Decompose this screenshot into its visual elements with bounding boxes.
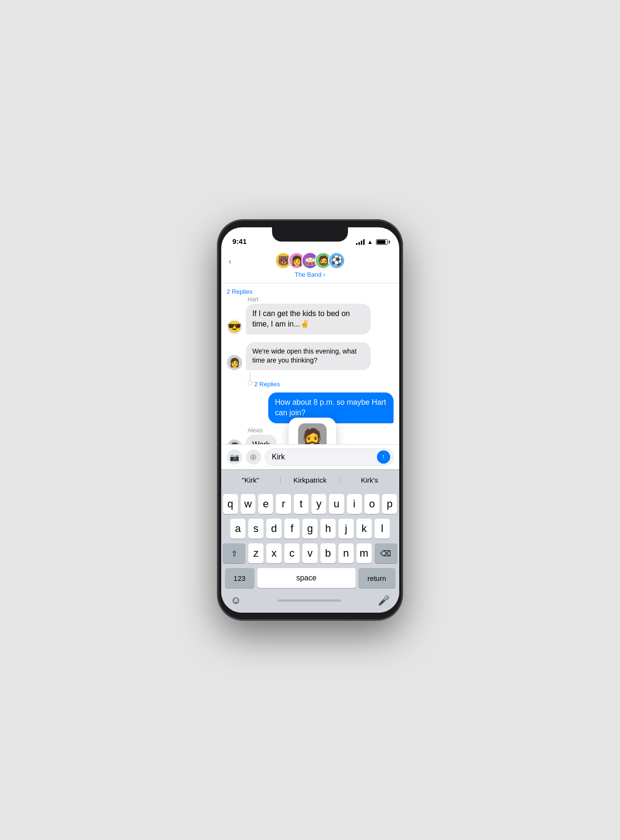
input-area: 📷 ⊕ Kirk ↑ — [221, 444, 399, 469]
key-v[interactable]: v — [302, 543, 318, 563]
message-avatar-2: 👩 — [227, 355, 242, 370]
group-avatars: 🐻 👩 🥁 🧔 ⚽ — [277, 252, 343, 269]
group-name[interactable]: The Band › — [295, 271, 325, 278]
sender-name-4: Alexis — [246, 427, 263, 434]
predict-item-2[interactable]: Kirkpatrick — [281, 476, 340, 484]
message-thread-1: 2 Replies 😎 Hart If I can get the kids t… — [227, 287, 394, 335]
keyboard-row-1: q w e r t y u i o p — [223, 494, 397, 514]
key-e[interactable]: e — [258, 494, 273, 514]
predictive-bar: "Kirk" Kirkpatrick Kirk's — [221, 469, 399, 490]
message-row-1: 😎 Hart If I can get the kids to bed on t… — [227, 296, 394, 335]
mention-popup: 🧔 Kirk — [289, 418, 336, 444]
text-input-wrap[interactable]: Kirk ↑ — [265, 448, 394, 466]
bubble-wrap-2: We're wide open this evening, what time … — [246, 342, 371, 370]
send-button[interactable]: ↑ — [377, 450, 390, 464]
return-key[interactable]: return — [358, 568, 395, 588]
signal-icon — [356, 239, 365, 245]
key-u[interactable]: u — [329, 494, 344, 514]
mention-avatar: 🧔 — [298, 423, 327, 444]
message-thread-4: 👩 Alexis Work 🧔 Kirk — [227, 427, 394, 444]
emoji-button[interactable]: ☺ — [231, 594, 241, 607]
wifi-icon: ▲ — [367, 239, 373, 245]
chat-area: 2 Replies 😎 Hart If I can get the kids t… — [221, 283, 399, 444]
message-avatar-4: 👩 — [227, 439, 242, 444]
send-arrow-icon: ↑ — [382, 453, 385, 460]
key-d[interactable]: d — [266, 519, 282, 539]
avatar-5: ⚽ — [328, 252, 345, 269]
key-s[interactable]: s — [248, 519, 263, 539]
key-c[interactable]: c — [284, 543, 300, 563]
mic-button[interactable]: 🎤 — [378, 595, 390, 606]
key-f[interactable]: f — [284, 519, 300, 539]
predict-item-3[interactable]: Kirk's — [340, 476, 399, 484]
nav-header: ‹ 🐻 👩 🥁 🧔 ⚽ The Band › — [221, 248, 399, 283]
phone-frame: 9:41 ▲ ‹ 🐻 👩 🥁 — [217, 220, 403, 620]
key-l[interactable]: l — [375, 519, 390, 539]
key-x[interactable]: x — [266, 543, 282, 563]
text-input[interactable]: Kirk — [272, 453, 285, 461]
message-avatar-1: 😎 — [227, 319, 242, 335]
key-a[interactable]: a — [230, 519, 245, 539]
key-z[interactable]: z — [248, 543, 263, 563]
phone-screen: 9:41 ▲ ‹ 🐻 👩 🥁 — [221, 227, 399, 613]
space-key[interactable]: space — [257, 568, 356, 588]
sender-name-1: Hart — [246, 296, 259, 303]
predict-item-1[interactable]: "Kirk" — [221, 476, 281, 484]
key-q[interactable]: q — [223, 494, 238, 514]
apps-button[interactable]: ⊕ — [246, 449, 261, 465]
key-n[interactable]: n — [338, 543, 354, 563]
key-w[interactable]: w — [241, 494, 255, 514]
back-button[interactable]: ‹ — [229, 257, 232, 266]
bubble-4: Work — [246, 435, 277, 444]
status-time: 9:41 — [233, 237, 247, 245]
battery-icon — [376, 239, 388, 245]
replies-link-2[interactable]: 2 Replies — [254, 380, 280, 389]
status-icons: ▲ — [356, 239, 388, 245]
message-row-2: 👩 We're wide open this evening, what tim… — [227, 342, 394, 370]
key-j[interactable]: j — [338, 519, 354, 539]
key-t[interactable]: t — [294, 494, 309, 514]
keyboard-row-3: ⇧ z x c v b n m ⌫ — [223, 543, 397, 563]
key-g[interactable]: g — [302, 519, 318, 539]
keyboard-bottom-row: 123 space return — [223, 568, 397, 588]
bubble-wrap-1: Hart If I can get the kids to bed on tim… — [246, 296, 371, 335]
key-i[interactable]: i — [347, 494, 362, 514]
shift-key[interactable]: ⇧ — [223, 543, 245, 563]
home-indicator-area — [278, 599, 341, 602]
keyboard: q w e r t y u i o p a s d f g h j k — [221, 490, 399, 613]
key-o[interactable]: o — [365, 494, 379, 514]
message-thread-2: 👩 We're wide open this evening, what tim… — [227, 342, 394, 389]
key-p[interactable]: p — [382, 494, 397, 514]
delete-key[interactable]: ⌫ — [375, 543, 397, 563]
key-m[interactable]: m — [357, 543, 372, 563]
key-k[interactable]: k — [357, 519, 372, 539]
key-h[interactable]: h — [320, 519, 336, 539]
keyboard-row-2: a s d f g h j k l — [223, 519, 397, 539]
bubble-wrap-4: Alexis Work — [246, 427, 277, 444]
key-y[interactable]: y — [311, 494, 326, 514]
notch — [272, 227, 348, 242]
bubble-2: We're wide open this evening, what time … — [246, 342, 371, 370]
key-r[interactable]: r — [276, 494, 291, 514]
key-b[interactable]: b — [320, 543, 336, 563]
key-123[interactable]: 123 — [225, 568, 254, 588]
bubble-1: If I can get the kids to bed on time, I … — [246, 304, 371, 335]
replies-link-1[interactable]: 2 Replies — [227, 287, 394, 296]
camera-button[interactable]: 📷 — [227, 449, 242, 465]
